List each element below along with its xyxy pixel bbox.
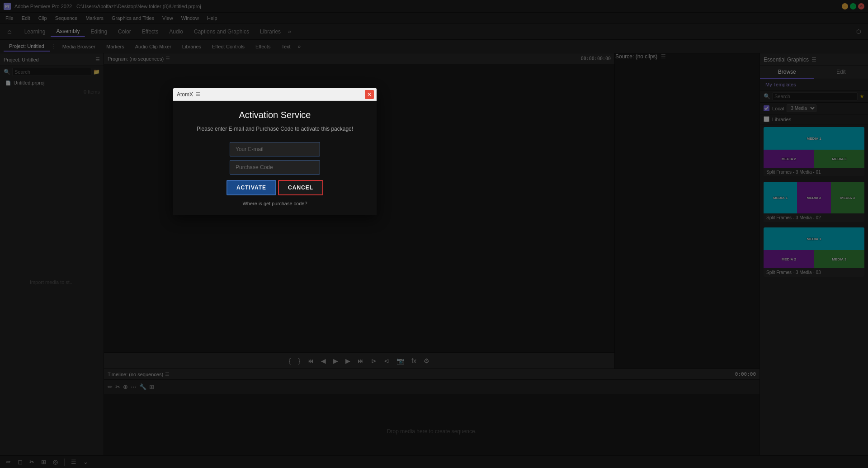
dialog-close-button[interactable]: ✕: [365, 90, 374, 99]
email-input[interactable]: [230, 142, 320, 156]
atomx-panel: Activation Service Please enter E-mail a…: [173, 101, 377, 215]
dialog-title: AtomX: [177, 91, 193, 98]
cancel-button[interactable]: CANCEL: [278, 180, 323, 195]
activation-subtitle: Please enter E-mail and Purchase Code to…: [197, 125, 353, 133]
purchase-code-link[interactable]: Where is get purchase code?: [242, 201, 307, 206]
activate-button[interactable]: ACTIVATE: [226, 180, 276, 195]
activation-buttons: ACTIVATE CANCEL: [226, 180, 323, 195]
dialog-window: AtomX ☰ ✕ Activation Service Please ente…: [173, 88, 377, 215]
dialog-menu-icon[interactable]: ☰: [196, 91, 200, 97]
modal-overlay: [0, 0, 868, 468]
activation-title: Activation Service: [239, 110, 311, 120]
purchase-code-input[interactable]: [230, 160, 320, 175]
activation-service-area: Activation Service Please enter E-mail a…: [173, 101, 377, 215]
dialog-titlebar: AtomX ☰ ✕: [173, 88, 377, 101]
